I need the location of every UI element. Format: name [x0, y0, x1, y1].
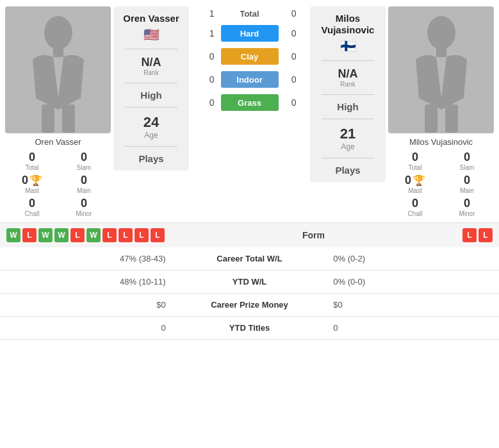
indoor-badge: Indoor	[221, 71, 279, 88]
svg-rect-1	[53, 48, 63, 57]
right-age: 21 Age	[340, 126, 356, 151]
left-minor-val: 0 Minor	[62, 197, 106, 217]
left-main-val: 0 Main	[62, 174, 106, 194]
form-badge-left-l: L	[102, 228, 117, 242]
stats-row-right-1: 0% (0-0)	[324, 270, 499, 294]
stats-row-left-3: 0	[0, 317, 175, 340]
stats-row-center-1: YTD W/L	[175, 270, 325, 294]
form-badge-right-l: L	[462, 228, 477, 242]
form-badge-left-l: L	[119, 228, 133, 242]
surface-indoor: 0 Indoor 0	[203, 69, 297, 90]
hard-badge: Hard	[221, 25, 279, 42]
grass-badge: Grass	[221, 94, 279, 111]
player-section: Oren Vasser 0 Total 0 Slam 0 🏆 Mast	[0, 0, 499, 222]
stats-row-left-2: $0	[0, 294, 175, 317]
right-divider-2	[322, 94, 374, 95]
left-mast-trophy: 0 🏆 Mast	[10, 174, 54, 194]
left-total-val: 0 Total	[10, 151, 54, 171]
right-high: High	[337, 101, 358, 112]
left-age: 24 Age	[143, 114, 159, 140]
main-container: Oren Vasser 0 Total 0 Slam 0 🏆 Mast	[0, 0, 499, 340]
left-high: High	[140, 90, 161, 101]
left-divider-3	[125, 107, 177, 108]
right-rank: N/A Rank	[338, 67, 358, 88]
stats-table: 47% (38-43)Career Total W/L0% (0-2)48% (…	[0, 247, 499, 340]
form-badge-left-w: W	[6, 228, 20, 242]
form-section: WLWWLWLLLL Form LL	[0, 222, 499, 247]
total-label: Total	[221, 9, 279, 19]
stats-row-0: 47% (38-43)Career Total W/L0% (0-2)	[0, 247, 499, 270]
right-trophy-icon: 🏆	[413, 174, 425, 187]
form-badge-left-w: W	[86, 228, 101, 242]
total-row: 1 Total 0	[203, 6, 297, 21]
surface-clay: 0 Clay 0	[203, 46, 297, 67]
right-plays: Plays	[335, 165, 360, 176]
left-stats-card: Oren Vasser 🇺🇸 N/A Rank High 24 Age Play…	[113, 6, 189, 170]
left-player-silhouette	[20, 15, 97, 133]
left-player-name-card: Oren Vasser 🇺🇸	[123, 13, 179, 42]
stats-row-1: 48% (10-11)YTD W/L0% (0-0)	[0, 270, 499, 294]
left-plays: Plays	[138, 153, 163, 164]
right-divider-3	[322, 119, 374, 119]
right-flag: 🇫🇮	[340, 38, 356, 54]
svg-point-0	[44, 16, 72, 49]
surface-hard: 1 Hard 0	[203, 23, 297, 44]
form-label: Form	[302, 230, 325, 240]
stats-row-2: $0Career Prize Money$0	[0, 294, 499, 317]
right-player-name-below: Milos Vujasinovic	[409, 137, 473, 147]
svg-rect-5	[436, 48, 446, 57]
right-player-photo	[388, 6, 494, 133]
right-player-column: Milos Vujasinovic 0 Total 0 Slam 0 🏆 Mas…	[388, 6, 494, 217]
form-badge-left-l: L	[135, 228, 149, 242]
svg-rect-6	[425, 104, 438, 133]
indoor-right: 0	[285, 74, 297, 85]
svg-rect-7	[445, 104, 458, 133]
left-player-stats-grid: 0 Total 0 Slam 0 🏆 Mast 0 Main	[10, 151, 106, 217]
form-badges-left: WLWWLWLLLL	[6, 228, 165, 242]
grass-left: 0	[203, 97, 215, 108]
right-slam-val: 0 Slam	[445, 151, 489, 171]
surface-grass: 0 Grass 0	[203, 92, 297, 113]
form-badge-right-l: L	[479, 228, 493, 242]
left-trophy-icon: 🏆	[29, 174, 42, 187]
clay-right: 0	[285, 51, 297, 62]
svg-rect-3	[62, 104, 75, 133]
right-player-name-card: Milos Vujasinovic 🇫🇮	[315, 13, 380, 54]
clay-badge: Clay	[221, 48, 279, 65]
left-slam-val: 0 Slam	[62, 151, 106, 171]
clay-left: 0	[203, 51, 215, 62]
right-player-silhouette	[403, 15, 480, 133]
right-stats-card: Milos Vujasinovic 🇫🇮 N/A Rank High 21 Ag…	[310, 6, 386, 182]
stats-row-center-2: Career Prize Money	[175, 294, 325, 317]
right-divider-4	[322, 158, 374, 158]
stats-row-left-1: 48% (10-11)	[0, 270, 175, 294]
left-player-name-below: Oren Vasser	[35, 137, 81, 147]
left-player-column: Oren Vasser 0 Total 0 Slam 0 🏆 Mast	[5, 6, 111, 217]
left-divider-4	[125, 146, 177, 147]
stats-row-right-2: $0	[324, 294, 499, 317]
stats-row-right-3: 0	[324, 317, 499, 340]
hard-left: 1	[203, 28, 215, 38]
grass-right: 0	[285, 97, 297, 108]
stats-row-3: 0YTD Titles0	[0, 317, 499, 340]
stats-row-center-0: Career Total W/L	[175, 247, 325, 270]
right-divider-1	[322, 60, 374, 61]
left-chall-val: 0 Chall	[10, 197, 54, 217]
form-badge-left-w: W	[54, 228, 69, 242]
stats-row-left-0: 47% (38-43)	[0, 247, 175, 270]
left-divider-1	[125, 49, 177, 49]
form-badge-left-l: L	[22, 228, 37, 242]
svg-rect-2	[42, 104, 54, 133]
left-player-photo	[5, 6, 111, 133]
form-badges-right: LL	[462, 228, 493, 242]
indoor-left: 0	[203, 74, 215, 85]
left-rank: N/A Rank	[142, 56, 161, 76]
form-badge-left-l: L	[70, 228, 85, 242]
left-total-surface: 1	[203, 8, 215, 19]
svg-point-4	[427, 16, 455, 49]
left-flag: 🇺🇸	[143, 27, 160, 42]
right-total-val: 0 Total	[393, 151, 438, 171]
right-chall-val: 0 Chall	[393, 197, 438, 217]
stats-row-right-0: 0% (0-2)	[324, 247, 499, 270]
right-mast-trophy: 0 🏆 Mast	[393, 174, 438, 194]
